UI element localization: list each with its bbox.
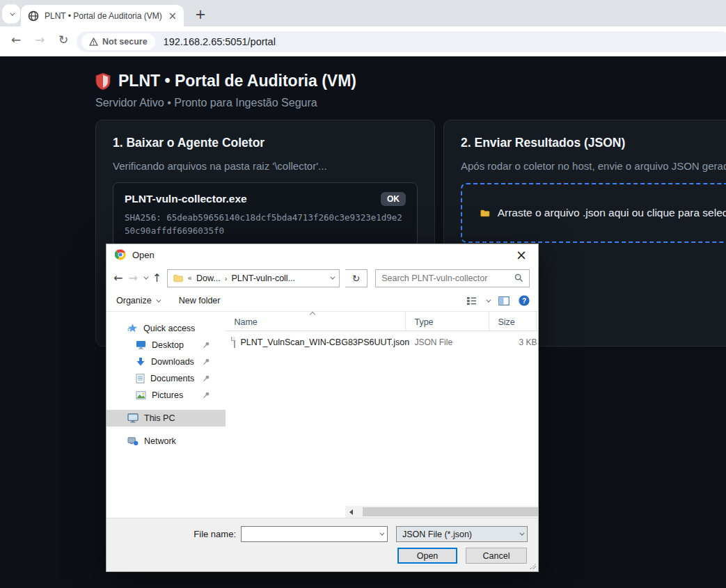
address-breadcrumb[interactable]: « Dow... › PLNT-vuln-coll... xyxy=(167,269,340,287)
breadcrumb-parent[interactable]: Dow... xyxy=(196,273,221,283)
refresh-button[interactable]: ↻ xyxy=(345,269,368,287)
view-list-icon[interactable] xyxy=(466,296,477,305)
computer-icon xyxy=(127,413,139,423)
search-icon xyxy=(514,273,523,283)
scroll-left-arrow[interactable] xyxy=(345,506,357,518)
dialog-close-icon[interactable]: × xyxy=(516,247,530,262)
upload-card-title: 2. Enviar Resultados (JSON) xyxy=(461,136,726,150)
pin-icon xyxy=(203,391,210,399)
dialog-title-bar[interactable]: Open × xyxy=(106,244,538,266)
new-tab-button[interactable]: + xyxy=(192,6,209,22)
tab-search-button[interactable] xyxy=(2,4,20,24)
dialog-sidebar: Quick access Desktop Downloads xyxy=(106,312,226,518)
sidebar-item-quick-access[interactable]: Quick access xyxy=(106,320,226,337)
breadcrumb-dropdown-icon[interactable] xyxy=(331,275,336,280)
download-card-description: Verificando arquivos na pasta raiz '\col… xyxy=(113,160,418,172)
tab-title: PLNT • Portal de Auditoria (VM) xyxy=(45,11,162,21)
preview-pane-icon[interactable] xyxy=(498,296,510,305)
pin-icon xyxy=(203,358,210,365)
filter-dropdown-icon xyxy=(514,532,527,536)
column-header-row: Name Type Size xyxy=(226,312,538,331)
file-name-input[interactable] xyxy=(242,527,374,541)
json-dropzone[interactable]: Arraste o arquivo .json aqui ou clique p… xyxy=(461,183,726,243)
view-options-chevron-icon[interactable] xyxy=(486,297,491,302)
scrollbar-thumb[interactable] xyxy=(363,507,538,516)
search-input[interactable] xyxy=(381,273,514,283)
file-size: 3 KB xyxy=(489,337,537,347)
network-icon xyxy=(127,436,139,446)
collector-file-entry: PLNT-vuln-collector.exe OK SHA256: 65dea… xyxy=(113,182,418,248)
horizontal-scrollbar[interactable] xyxy=(345,506,538,518)
file-name: PLNT_VulnScan_WIN-CBG83PS6UUT.json xyxy=(240,337,409,347)
open-button[interactable]: Open xyxy=(397,548,457,564)
search-box[interactable] xyxy=(375,269,530,287)
cancel-button[interactable]: Cancel xyxy=(466,548,527,564)
chevron-down-icon xyxy=(10,10,15,15)
forward-button[interactable]: → xyxy=(35,33,45,47)
pin-icon xyxy=(203,374,210,382)
nav-forward-button[interactable]: → xyxy=(128,271,137,285)
document-icon xyxy=(136,374,145,383)
sha256-hash: SHA256: 65deab59656140c18dcf5bda4713f260… xyxy=(125,211,406,238)
organize-button[interactable]: Organize xyxy=(116,296,159,305)
file-icon xyxy=(234,337,235,348)
url-text: 192.168.2.65:5051/portal xyxy=(164,36,276,47)
dialog-toolbar: Organize New folder ? xyxy=(106,291,538,312)
column-header-size[interactable]: Size xyxy=(489,312,537,331)
sidebar-item-documents[interactable]: Documents xyxy=(106,370,226,387)
dialog-nav-bar: ← → ↑ « Dow... › PLNT-vuln-coll... ↻ xyxy=(106,266,538,291)
file-row[interactable]: PLNT_VulnScan_WIN-CBG83PS6UUT.json JSON … xyxy=(226,334,538,351)
star-icon xyxy=(127,323,138,333)
nav-up-button[interactable]: ↑ xyxy=(152,271,161,285)
file-type: JSON File xyxy=(406,337,489,347)
sidebar-item-pictures[interactable]: Pictures xyxy=(106,387,226,404)
globe-favicon-icon xyxy=(28,10,39,22)
svg-text:?: ? xyxy=(522,297,526,305)
file-list-pane: Name Type Size PLNT_VulnScan_WIN-CBG83PS… xyxy=(226,312,538,518)
address-bar[interactable]: Not secure 192.168.2.65:5051/portal xyxy=(77,31,726,52)
sidebar-item-this-pc[interactable]: This PC xyxy=(106,410,226,427)
file-name-label: File name: xyxy=(106,529,236,539)
tab-close-icon[interactable]: × xyxy=(168,10,177,22)
status-badge: OK xyxy=(381,192,406,206)
not-secure-chip[interactable]: Not secure xyxy=(81,33,155,50)
download-card-title: 1. Baixar o Agente Coletor xyxy=(113,136,418,150)
nav-back-button[interactable]: ← xyxy=(113,271,123,285)
column-header-name[interactable]: Name xyxy=(226,312,406,331)
dropzone-label: Arraste o arquivo .json aqui ou clique p… xyxy=(498,207,726,219)
breadcrumb-separator: › xyxy=(225,274,228,283)
breadcrumb-overflow-icon[interactable]: « xyxy=(187,273,192,283)
reload-button[interactable]: ↻ xyxy=(58,33,68,47)
sidebar-item-downloads[interactable]: Downloads xyxy=(106,353,226,370)
back-button[interactable]: ← xyxy=(11,33,21,47)
sidebar-item-network[interactable]: Network xyxy=(106,433,226,450)
dialog-footer: File name: JSON File (*.json) Open Cance… xyxy=(106,518,538,571)
new-folder-button[interactable]: New folder xyxy=(179,296,221,305)
resize-grip[interactable] xyxy=(529,562,536,569)
upload-card-description: Após rodar o coletor no host, envie o ar… xyxy=(461,160,726,172)
picture-icon xyxy=(136,391,146,399)
file-type-filter[interactable]: JSON File (*.json) xyxy=(396,526,528,542)
sidebar-item-desktop[interactable]: Desktop xyxy=(106,337,226,353)
warning-icon xyxy=(89,38,98,46)
breadcrumb-current[interactable]: PLNT-vuln-coll... xyxy=(231,273,295,283)
scrollbar-track[interactable] xyxy=(357,506,538,518)
nav-history-chevron-icon[interactable] xyxy=(143,275,148,280)
browser-toolbar: ← → ↻ Not secure 192.168.2.65:5051/porta… xyxy=(0,26,726,56)
browser-tab-strip: PLNT • Portal de Auditoria (VM) × + xyxy=(0,0,726,26)
column-header-type[interactable]: Type xyxy=(406,312,489,331)
not-secure-label: Not secure xyxy=(102,37,148,47)
file-open-dialog: Open × ← → ↑ « Dow... › PLNT-vuln-coll..… xyxy=(106,244,539,572)
dialog-title: Open xyxy=(132,250,510,260)
help-icon[interactable]: ? xyxy=(519,295,530,306)
chrome-icon xyxy=(115,249,126,260)
file-name-dropdown-icon[interactable] xyxy=(374,532,387,536)
shield-icon xyxy=(95,72,111,90)
chevron-down-icon xyxy=(156,297,161,302)
browser-tab[interactable]: PLNT • Portal de Auditoria (VM) × xyxy=(21,5,184,26)
collector-file-name: PLNT-vuln-collector.exe xyxy=(125,193,247,205)
monitor-icon xyxy=(136,340,146,349)
folder-icon xyxy=(173,274,183,283)
file-name-combo[interactable] xyxy=(241,526,388,542)
pin-icon xyxy=(203,341,210,349)
